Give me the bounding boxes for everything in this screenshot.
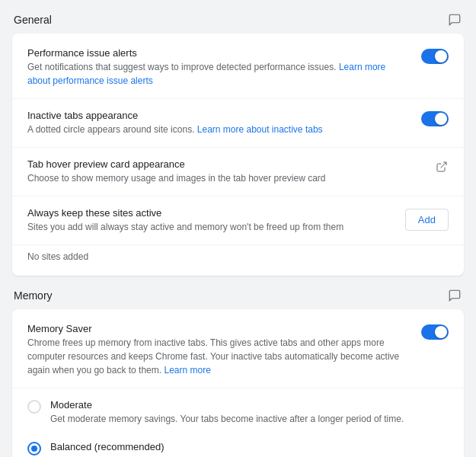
inactive-tabs-content: Inactive tabs appearance A dotted circle… [27, 110, 421, 136]
inactive-tabs-link[interactable]: Learn more about inactive tabs [197, 124, 323, 135]
memory-saver-toggle[interactable] [421, 324, 449, 340]
moderate-radio-title: Moderate [50, 399, 449, 411]
memory-saver-link[interactable]: Learn more [164, 365, 210, 376]
svg-line-0 [441, 162, 446, 168]
memory-saver-title: Memory Saver [27, 323, 409, 334]
balanced-radio-button[interactable] [27, 442, 41, 455]
moderate-radio-label: Moderate Get moderate memory savings. Yo… [50, 399, 449, 426]
inactive-tabs-desc: A dotted circle appears around site icon… [27, 123, 409, 136]
no-sites-text: No sites added [12, 245, 464, 273]
performance-alerts-toggle[interactable] [421, 49, 449, 64]
tab-hover-row: Tab hover preview card appearance Choose… [12, 148, 464, 197]
memory-comment-icon[interactable] [447, 288, 462, 303]
memory-saver-desc-text: Chrome frees up memory from inactive tab… [27, 337, 399, 376]
always-active-desc: Sites you add will always stay active an… [27, 220, 393, 234]
general-comment-icon[interactable] [447, 12, 462, 27]
inactive-tabs-title: Inactive tabs appearance [27, 110, 409, 121]
inactive-tabs-desc-text: A dotted circle appears around site icon… [27, 124, 197, 135]
tab-hover-content: Tab hover preview card appearance Choose… [27, 158, 435, 185]
memory-section-header: Memory [12, 288, 464, 303]
always-active-content: Always keep these sites active Sites you… [27, 207, 405, 234]
memory-saver-desc: Chrome frees up memory from inactive tab… [27, 336, 409, 377]
balanced-radio-desc: Get balanced memory savings. Your tabs b… [50, 454, 449, 457]
tab-hover-desc-text: Choose to show memory usage and images i… [27, 173, 326, 184]
inactive-tabs-row: Inactive tabs appearance A dotted circle… [12, 99, 464, 148]
balanced-radio-title: Balanced (recommended) [50, 441, 449, 452]
performance-alerts-content: Performance issue alerts Get notificatio… [27, 47, 421, 88]
memory-title: Memory [14, 289, 53, 302]
performance-alerts-title: Performance issue alerts [27, 47, 409, 59]
performance-alerts-desc-text: Get notifications that suggest ways to i… [27, 62, 339, 72]
tab-hover-title: Tab hover preview card appearance [27, 158, 423, 170]
performance-alerts-desc: Get notifications that suggest ways to i… [27, 60, 409, 88]
tab-hover-external-icon[interactable] [435, 160, 449, 174]
tab-hover-desc: Choose to show memory usage and images i… [27, 171, 423, 185]
memory-card: Memory Saver Chrome frees up memory from… [12, 309, 464, 457]
general-section-header: General [12, 12, 464, 27]
inactive-tabs-toggle[interactable] [421, 111, 449, 126]
moderate-radio-button[interactable] [27, 400, 41, 414]
general-title: General [14, 14, 52, 26]
balanced-radio-dot [31, 446, 37, 452]
memory-radio-group: Moderate Get moderate memory savings. Yo… [12, 388, 464, 457]
balanced-radio-label: Balanced (recommended) Get balanced memo… [50, 441, 449, 457]
memory-saver-row: Memory Saver Chrome frees up memory from… [12, 312, 464, 388]
moderate-radio-desc: Get moderate memory savings. Your tabs b… [50, 412, 449, 426]
balanced-radio-row: Balanced (recommended) Get balanced memo… [12, 433, 464, 457]
always-active-desc-text: Sites you add will always stay active an… [27, 222, 343, 232]
always-active-row: Always keep these sites active Sites you… [12, 197, 464, 245]
general-card: Performance issue alerts Get notificatio… [12, 34, 464, 276]
moderate-radio-row: Moderate Get moderate memory savings. Yo… [12, 391, 464, 433]
performance-alerts-row: Performance issue alerts Get notificatio… [12, 37, 464, 99]
add-site-button[interactable]: Add [405, 209, 449, 231]
memory-saver-content: Memory Saver Chrome frees up memory from… [27, 323, 421, 377]
always-active-title: Always keep these sites active [27, 207, 393, 219]
